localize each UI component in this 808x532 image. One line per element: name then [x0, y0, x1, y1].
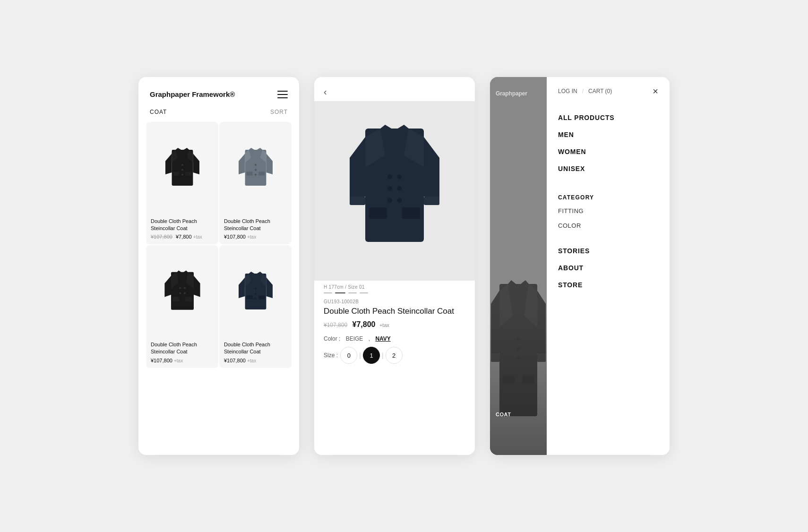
nav-item-women[interactable]: WOMEN — [558, 143, 658, 160]
detail-prices: ¥107,800 ¥7,800 +tax — [324, 320, 465, 329]
auth-separator: / — [582, 88, 584, 94]
svg-rect-11 — [258, 172, 265, 176]
color-selector: Color : BEIGE , NAVY — [324, 335, 465, 342]
nav-item-fitting[interactable]: FITTING — [558, 204, 658, 218]
detail-product-name: Double Cloth Peach Steincollar Coat — [324, 306, 465, 317]
product-card[interactable]: Double Cloth PeachSteincollar Coat ¥107,… — [219, 245, 292, 368]
back-button[interactable]: ‹ — [324, 86, 327, 97]
close-button[interactable]: × — [653, 86, 658, 96]
product-card[interactable]: Double Cloth PeachSteincollar Coat ¥107,… — [146, 245, 218, 368]
svg-point-39 — [516, 337, 520, 341]
color-beige[interactable]: BEIGE — [346, 335, 363, 342]
size-selector: Size : 0 | 1 | 2 — [324, 347, 465, 364]
svg-rect-23 — [246, 295, 252, 299]
nav-right-panel: LOG IN / CART (0) × ALL PRODUCTS MEN WOM… — [547, 77, 670, 455]
sort-button[interactable]: SORT — [270, 109, 288, 115]
product-sku: GU193-10002B — [324, 299, 465, 304]
nav-coat-silhouette — [490, 266, 547, 455]
svg-point-8 — [255, 169, 257, 171]
svg-rect-32 — [350, 197, 365, 205]
nav-item-men[interactable]: MEN — [558, 126, 658, 143]
svg-point-3 — [181, 174, 183, 176]
nav-brand-logo: Graphpaper — [496, 90, 527, 97]
svg-rect-24 — [258, 295, 265, 299]
dot-2[interactable] — [335, 292, 345, 293]
svg-point-9 — [255, 174, 257, 176]
svg-point-26 — [387, 174, 392, 179]
detail-price-sale: ¥7,800 — [352, 320, 376, 328]
svg-point-29 — [397, 174, 402, 179]
brand-logo: Graphpaper Framework® — [150, 90, 235, 98]
product-image — [223, 249, 288, 335]
nav-item-store[interactable]: STORE — [558, 276, 658, 293]
nav-divider-2 — [558, 233, 658, 242]
svg-point-14 — [183, 287, 185, 289]
product-name: Double Cloth PeachSteincollar Coat — [224, 341, 287, 356]
svg-point-20 — [255, 288, 257, 290]
category-label: COAT — [150, 109, 167, 115]
nav-item-stories[interactable]: STORIES — [558, 242, 658, 259]
size-label: Size : — [324, 352, 339, 359]
detail-coat-image — [347, 115, 442, 266]
svg-rect-35 — [402, 207, 420, 219]
coat-image-black — [163, 142, 201, 195]
svg-rect-34 — [369, 207, 387, 219]
svg-rect-43 — [522, 375, 534, 383]
nav-auth: LOG IN / CART (0) — [558, 88, 612, 94]
detail-product-image — [314, 101, 475, 281]
color-label: Color : — [324, 335, 342, 342]
product-price: ¥107,800 +tax — [224, 358, 287, 363]
product-grid: Double Cloth PeachSteincollar Coat ¥107,… — [138, 122, 299, 379]
size-1[interactable]: 1 — [363, 347, 380, 364]
product-card-info: Double Cloth PeachSteincollar Coat ¥107,… — [223, 339, 288, 364]
detail-price-tax: +tax — [379, 322, 389, 328]
product-name: Double Cloth PeachSteincollar Coat — [151, 341, 214, 356]
svg-point-31 — [397, 198, 402, 203]
color-navy[interactable]: NAVY — [375, 335, 390, 342]
login-link[interactable]: LOG IN — [558, 88, 577, 94]
svg-point-2 — [181, 169, 183, 171]
dot-4[interactable] — [360, 292, 368, 293]
product-detail-panel: ‹ — [314, 77, 475, 455]
menu-button[interactable] — [277, 91, 288, 98]
detail-price-original: ¥107,800 — [324, 322, 347, 328]
nav-divider-1 — [558, 177, 658, 187]
nav-item-about[interactable]: ABOUT — [558, 259, 658, 276]
svg-rect-38 — [537, 353, 546, 362]
product-card-info: Double Cloth PeachSteincollar Coat ¥107,… — [150, 339, 215, 364]
svg-rect-5 — [185, 172, 191, 176]
svg-point-28 — [387, 198, 392, 203]
nav-item-all-products[interactable]: ALL PRODUCTS — [558, 109, 658, 126]
coat-image-navy — [237, 266, 275, 319]
nav-section-category: CATEGORY — [558, 187, 658, 204]
size-2[interactable]: 2 — [386, 347, 403, 364]
nav-top-bar: LOG IN / CART (0) × — [558, 86, 658, 96]
product-card[interactable]: Double Cloth PeachSteincollar Coat ¥107,… — [219, 122, 292, 244]
svg-rect-42 — [502, 375, 515, 383]
product-image — [223, 126, 288, 212]
svg-point-1 — [181, 164, 183, 166]
product-image — [150, 249, 215, 335]
cart-link[interactable]: CART (0) — [588, 88, 612, 94]
svg-point-41 — [516, 356, 520, 360]
svg-rect-37 — [491, 353, 499, 362]
svg-point-27 — [387, 186, 392, 191]
product-card[interactable]: Double Cloth PeachSteincollar Coat ¥107,… — [146, 122, 218, 244]
svg-point-16 — [183, 292, 185, 294]
nav-item-color[interactable]: COLOR — [558, 218, 658, 233]
dot-3[interactable] — [348, 292, 357, 293]
nav-item-unisex[interactable]: UNISEX — [558, 160, 658, 177]
dot-1[interactable] — [324, 292, 332, 293]
detail-header: ‹ — [314, 77, 475, 101]
svg-point-15 — [179, 292, 181, 294]
product-list-panel: Graphpaper Framework® COAT SORT — [138, 77, 299, 455]
coat-image-black2 — [163, 266, 201, 319]
size-0[interactable]: 0 — [340, 347, 357, 364]
svg-rect-4 — [173, 172, 179, 176]
nav-left-panel: Graphpaper COAT — [490, 77, 547, 455]
product-price: ¥107,800 +tax — [224, 234, 287, 240]
detail-product-body: GU193-10002B Double Cloth Peach Steincol… — [314, 299, 475, 375]
svg-point-13 — [179, 287, 181, 289]
svg-rect-18 — [185, 297, 192, 301]
svg-point-21 — [255, 292, 257, 294]
